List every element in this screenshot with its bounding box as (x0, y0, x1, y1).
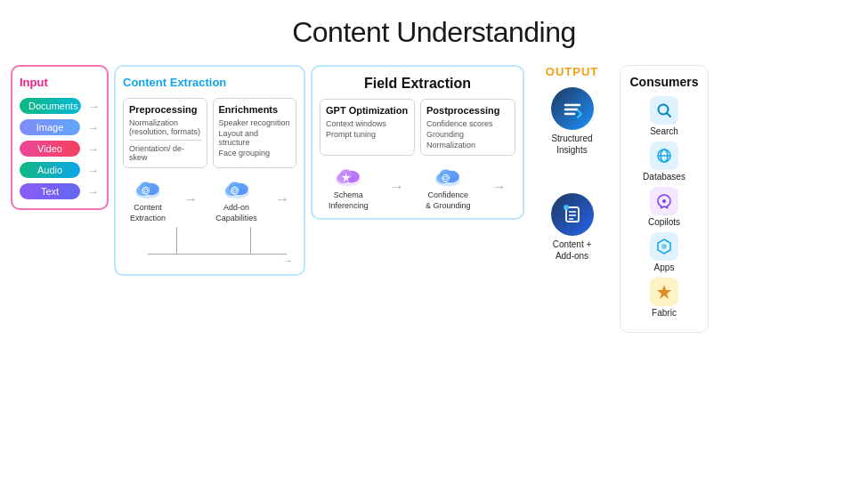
copilots-label: Copilots (648, 217, 680, 227)
preprocessing-line1: Normalization (resolution, formats) (129, 118, 201, 136)
arrow-icon: → (87, 164, 99, 177)
content-extraction-section: Content Extraction Preprocessing Normali… (114, 65, 305, 276)
divider (129, 140, 201, 141)
documents-badge: Documents (20, 98, 81, 114)
confidence-label: Confidence& Grounding (426, 190, 471, 211)
copilots-icon-wrap (650, 187, 678, 215)
post-line2: Grounding (426, 130, 509, 139)
right-arrow: → (123, 255, 296, 267)
apps-icon-wrap (650, 232, 678, 261)
input-title: Input (20, 76, 100, 89)
post-line3: Normalization (426, 141, 509, 150)
video-badge: Video (20, 141, 80, 157)
schema-inferencing-cloud: SchemaInferencing (329, 163, 369, 211)
field-extraction-title: Field Extraction (320, 76, 515, 92)
page-title: Content Understanding (11, 16, 857, 49)
arrow-icon: → (87, 142, 99, 156)
enrichments-box: Enrichments Speaker recognition Layout a… (213, 98, 297, 168)
content-addons-item: + Content +Add-ons (551, 193, 594, 262)
enrichments-title: Enrichments (219, 104, 291, 115)
output-section: OUTPUT StructuredInsights (530, 65, 614, 262)
gpt-line2: Prompt tuning (326, 130, 409, 139)
arrow-icon: → (87, 185, 99, 198)
enrichments-line2: Layout and structure (219, 129, 291, 147)
content-svg: + (560, 202, 585, 227)
structured-label: StructuredInsights (551, 133, 592, 156)
gpt-title: GPT Optimization (326, 105, 409, 116)
content-extraction-inner-boxes: Preprocessing Normalization (resolution,… (123, 98, 296, 168)
fabric-icon (655, 283, 673, 301)
content-extraction-title: Content Extraction (123, 76, 296, 89)
vertical-lines (123, 227, 296, 254)
consumers-title: Consumers (629, 75, 699, 89)
apps-consumer: Apps (629, 232, 699, 272)
consumers-section: Consumers Search D (620, 65, 709, 333)
copilots-consumer: Copilots (629, 187, 699, 227)
structured-svg (560, 96, 585, 121)
svg-marker-59 (657, 285, 671, 299)
text-badge: Text (20, 183, 80, 199)
output-title: OUTPUT (546, 65, 598, 78)
preprocessing-line2: Orientation/ de-skew (129, 144, 201, 162)
svg-line-52 (667, 113, 670, 117)
fabric-consumer: Fabric (629, 278, 699, 318)
vert-line-1 (176, 227, 177, 254)
content-extraction-cloud-row: ContentExtraction → (123, 175, 296, 223)
horiz-connector (148, 254, 287, 255)
arrow-down-right: → (282, 255, 293, 267)
preprocessing-title: Preprocessing (129, 104, 201, 115)
content-extraction-cloud: ContentExtraction (130, 175, 166, 223)
copilots-icon (655, 192, 673, 210)
databases-icon-wrap (650, 141, 678, 170)
list-item: Documents → (20, 98, 100, 114)
fabric-icon-wrap (650, 278, 678, 306)
content-addons-icon: + (551, 193, 594, 236)
schema-label: SchemaInferencing (329, 190, 369, 211)
schema-cloud-icon (331, 163, 365, 188)
arrow-icon: → (87, 121, 99, 134)
input-section: Input Documents → Image → Video → Audio … (11, 65, 109, 210)
diagram: Input Documents → Image → Video → Audio … (11, 65, 857, 333)
main-container: Content Understanding Input Documents → … (0, 0, 868, 342)
structured-insights-icon (551, 87, 594, 130)
search-label: Search (650, 126, 678, 136)
vert-line-2 (250, 227, 251, 254)
fabric-label: Fabric (652, 308, 677, 318)
svg-point-58 (661, 244, 667, 249)
arrow-icon: → (183, 191, 198, 207)
databases-consumer: Databases (629, 141, 699, 182)
cloud-icon-2 (220, 175, 254, 200)
enrichments-line1: Speaker recognition (219, 118, 291, 127)
search-icon-wrap (650, 96, 678, 125)
fe-inner-boxes: GPT Optimization Context windows Prompt … (320, 99, 515, 156)
databases-label: Databases (643, 172, 685, 182)
apps-icon (655, 238, 673, 255)
enrichments-line3: Face grouping (219, 149, 291, 158)
post-line1: Confidence scores (426, 119, 509, 128)
content-addons-label: Content +Add-ons (553, 238, 592, 262)
postprocessing-box: Postprocessing Confidence scores Groundi… (420, 99, 515, 156)
cloud2-label: Add-onCapabilities (215, 203, 257, 223)
cloud-icon-1 (131, 175, 165, 200)
list-item: Text → (20, 183, 100, 199)
arrow-icon: → (492, 179, 507, 195)
search-icon (655, 101, 673, 119)
addon-capabilities-cloud: Add-onCapabilities (215, 175, 257, 223)
bottom-arrows (123, 254, 296, 255)
input-items: Documents → Image → Video → Audio → Text (20, 98, 100, 199)
audio-badge: Audio (20, 162, 80, 178)
confidence-cloud-icon (431, 163, 465, 188)
structured-insights-item: StructuredInsights (551, 87, 594, 156)
svg-point-56 (662, 199, 666, 203)
gpt-line1: Context windows (326, 119, 409, 128)
list-item: Image → (20, 119, 100, 135)
list-item: Audio → (20, 162, 100, 178)
postprocessing-title: Postprocessing (426, 105, 509, 116)
fe-cloud-row: SchemaInferencing → (320, 163, 515, 211)
apps-label: Apps (654, 263, 675, 272)
preprocessing-box: Preprocessing Normalization (resolution,… (123, 98, 207, 168)
gpt-box: GPT Optimization Context windows Prompt … (320, 99, 415, 156)
cloud1-label: ContentExtraction (130, 203, 166, 223)
list-item: Video → (20, 141, 100, 157)
search-consumer: Search (629, 96, 699, 136)
